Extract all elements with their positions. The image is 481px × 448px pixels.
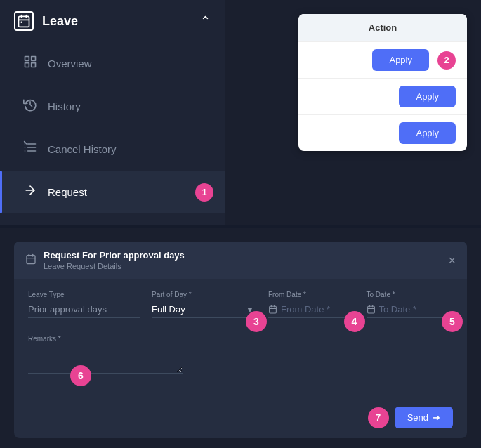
sidebar-item-request[interactable]: Request 1 — [0, 171, 225, 213]
sidebar-item-overview[interactable]: Overview — [0, 42, 225, 85]
from-date-calendar-icon — [268, 304, 277, 317]
apply-button-1[interactable]: Apply — [372, 49, 429, 71]
sidebar-item-history[interactable]: History — [0, 85, 225, 128]
send-icon — [22, 183, 38, 201]
table-row: Apply — [298, 78, 467, 114]
remarks-group: Remarks * — [28, 335, 183, 374]
svg-rect-0 — [19, 16, 29, 27]
bottom-section: Request For Prior approval days Leave Re… — [0, 228, 481, 448]
sidebar-item-request-label: Request — [48, 186, 87, 198]
modal-subtitle: Leave Request Details — [44, 262, 185, 270]
modal-close-button[interactable]: × — [448, 254, 456, 267]
modal-header: Request For Prior approval days Leave Re… — [14, 242, 467, 279]
history-icon — [22, 98, 38, 115]
to-date-group: To Date * 5 — [367, 291, 454, 318]
from-date-input[interactable] — [268, 301, 355, 318]
grid-icon — [22, 55, 38, 72]
part-of-day-label: Part of Day * — [152, 291, 257, 298]
leave-type-label: Leave Type — [28, 291, 140, 298]
modal-title-block: Request For Prior approval days Leave Re… — [44, 250, 185, 270]
table-area: Action Apply 2 Apply Apply — [225, 0, 481, 225]
sidebar: Leave ⌃ Overview — [0, 0, 225, 225]
svg-rect-5 — [25, 57, 29, 61]
modal-calendar-icon — [25, 253, 37, 268]
to-date-input[interactable] — [367, 301, 454, 318]
part-of-day-select[interactable]: Full Day First Half Second Half — [152, 301, 257, 318]
calendar-icon — [14, 11, 34, 31]
send-button[interactable]: Send ➜ — [395, 407, 453, 428]
from-date-label: From Date * — [268, 291, 355, 298]
table-header: Action — [298, 14, 467, 41]
form-row-remarks: Remarks * 6 — [28, 335, 453, 374]
action-table: Action Apply 2 Apply Apply — [298, 14, 467, 151]
sidebar-item-overview-label: Overview — [48, 58, 92, 70]
svg-rect-17 — [27, 255, 35, 263]
part-of-day-group: Part of Day * Full Day First Half Second… — [152, 291, 257, 318]
remarks-textarea[interactable] — [28, 345, 183, 374]
from-date-group: From Date * 4 — [268, 291, 355, 318]
table-row: Apply 2 — [298, 41, 467, 78]
table-badge: 2 — [437, 51, 456, 70]
part-of-day-select-wrapper: Full Day First Half Second Half ▼ — [152, 301, 257, 318]
apply-button-3[interactable]: Apply — [399, 122, 456, 144]
send-arrow-icon: ➜ — [433, 412, 440, 423]
send-button-label: Send — [407, 412, 428, 423]
form-row-1: Leave Type Part of Day * Full Day First … — [28, 291, 453, 318]
svg-rect-21 — [270, 306, 277, 313]
sidebar-title: Leave — [42, 14, 78, 29]
badge-4: 4 — [344, 311, 365, 332]
badge-7: 7 — [368, 407, 389, 428]
form-body: Leave Type Part of Day * Full Day First … — [14, 279, 467, 390]
sidebar-item-cancel-history[interactable]: Cancel History — [0, 128, 225, 171]
svg-rect-7 — [25, 63, 29, 67]
sidebar-item-cancel-history-label: Cancel History — [48, 143, 117, 155]
remarks-label: Remarks * — [28, 335, 183, 343]
modal-header-left: Request For Prior approval days Leave Re… — [25, 250, 185, 270]
svg-rect-6 — [32, 57, 36, 61]
sidebar-header: Leave ⌃ — [0, 0, 225, 42]
to-date-calendar-icon — [367, 304, 376, 317]
badge-6: 6 — [70, 365, 91, 386]
modal-title: Request For Prior approval days — [44, 250, 185, 261]
leave-type-group: Leave Type — [28, 291, 140, 318]
to-date-wrapper — [367, 301, 454, 318]
from-date-wrapper — [268, 301, 355, 318]
modal-footer: 7 Send ➜ — [368, 407, 453, 428]
request-badge: 1 — [195, 183, 213, 202]
apply-button-2[interactable]: Apply — [399, 86, 456, 107]
chevron-up-icon[interactable]: ⌃ — [200, 13, 211, 29]
table-row: Apply — [298, 114, 467, 151]
svg-rect-8 — [32, 63, 36, 67]
cancel-list-icon — [22, 140, 38, 158]
modal-card: Request For Prior approval days Leave Re… — [14, 242, 467, 438]
to-date-label: To Date * — [367, 291, 454, 298]
badge-3: 3 — [246, 311, 267, 332]
badge-5: 5 — [442, 311, 463, 332]
sidebar-header-left: Leave — [14, 11, 78, 31]
svg-rect-25 — [367, 306, 374, 313]
sidebar-item-history-label: History — [48, 100, 81, 112]
leave-type-input[interactable] — [28, 301, 140, 318]
